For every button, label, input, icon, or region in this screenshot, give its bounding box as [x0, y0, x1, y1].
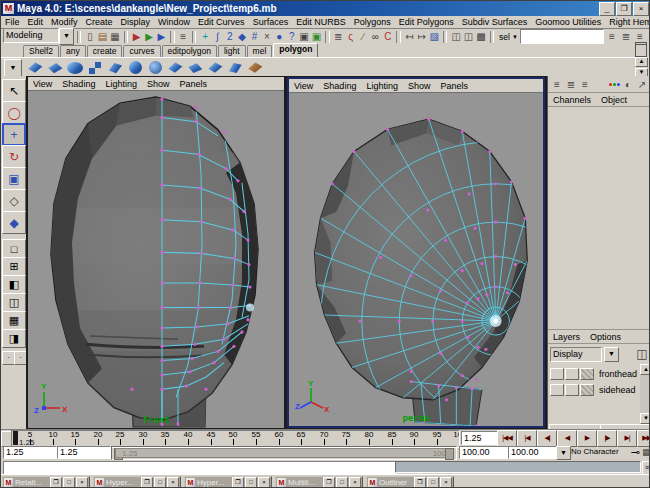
menu-edit-polygons[interactable]: Edit Polygons [395, 17, 458, 27]
paint-effects-icon[interactable]: ∕ [357, 30, 368, 43]
history-squiggle-icon[interactable]: ς [345, 30, 356, 43]
command-line-input[interactable] [3, 461, 397, 475]
select-object-icon[interactable]: ▶ [143, 30, 154, 43]
polygon-tool-icon-1[interactable] [25, 59, 45, 76]
character-set-dropdown-icon[interactable]: ▼ [556, 446, 571, 460]
menu-polygons[interactable]: Polygons [350, 17, 395, 27]
paint-select-icon[interactable]: ▨ [429, 30, 440, 43]
render-globals-icon[interactable]: ▩ [475, 30, 486, 43]
polygon-tool-icon-5[interactable] [105, 59, 125, 76]
layer-row-fronthead[interactable]: fronthead [550, 367, 637, 380]
new-layer-icon[interactable]: ◫ [635, 348, 649, 361]
shelf-tab-polygon[interactable]: polygon [273, 43, 318, 57]
maximize-icon[interactable]: □ [154, 477, 166, 488]
scale-tool-icon[interactable]: ▣ [2, 167, 26, 190]
layer-name[interactable]: sidehead [599, 385, 636, 395]
anim-prefs-icon[interactable]: ▦ [642, 447, 650, 457]
layout-persp-outliner-icon[interactable]: ◧ [2, 275, 26, 294]
highlight-selection-icon[interactable]: ▣ [311, 30, 322, 43]
polygon-tool-icon-2[interactable] [45, 59, 65, 76]
restore-icon[interactable]: ❐ [414, 477, 426, 488]
script-editor-icon[interactable]: ≡ [642, 461, 650, 475]
enter-input-icon[interactable]: ↤ [404, 30, 415, 43]
vp-menu-view[interactable]: View [28, 79, 57, 89]
snap-view-icon[interactable]: ● [274, 30, 285, 43]
move-tool-icon[interactable]: + [2, 123, 26, 146]
polygon-tool-icon-10[interactable] [205, 59, 225, 76]
close-icon[interactable]: × [167, 477, 179, 488]
playback-start-field[interactable]: 1.25 [57, 446, 111, 459]
menu-display[interactable]: Display [117, 17, 155, 27]
snap-plane-icon[interactable]: ◆ [237, 30, 248, 43]
lasso-select-tool-icon[interactable]: ◯ [2, 101, 26, 124]
shelf-scroll-up-icon[interactable]: ▲ [635, 57, 648, 67]
menu-goomoo-utilities[interactable]: Goomoo Utilities [531, 17, 605, 27]
polygon-tool-icon-11[interactable] [225, 59, 245, 76]
maximize-icon[interactable]: □ [245, 477, 257, 488]
select-hierarchy-icon[interactable]: ▶ [131, 30, 142, 43]
channel-layout-icon-2[interactable]: ≣ [564, 78, 578, 91]
maximize-icon[interactable]: □ [427, 477, 439, 488]
restore-button[interactable]: ❐ [616, 2, 632, 16]
shelf-tab-curves[interactable]: curves [123, 45, 160, 57]
manip-arrow-icon[interactable]: ↗ [635, 78, 649, 91]
layout-multi-icon[interactable]: ◨ [2, 329, 26, 348]
vp-menu-panels[interactable]: Panels [435, 81, 473, 91]
last-tool-icon[interactable]: ◆ [2, 211, 26, 234]
polygon-tool-icon-6[interactable] [125, 59, 145, 76]
quick-help-icon[interactable]: ? [286, 30, 297, 43]
minimized-window-outliner[interactable]: M Outliner ❐ □ × [366, 476, 454, 488]
shelf-tab-any[interactable]: any [60, 45, 86, 57]
maximize-icon[interactable]: □ [336, 477, 348, 488]
restore-icon[interactable]: ❐ [141, 477, 153, 488]
input-list-icon[interactable]: ≣ [333, 30, 344, 43]
layers-menu[interactable]: Layers [548, 332, 585, 342]
shelf-tab-editpolygon[interactable]: editpolygon [162, 45, 217, 57]
channel-box-list[interactable] [548, 107, 650, 330]
playback-end-field[interactable]: 100.00 [459, 446, 509, 459]
make-not-live-icon[interactable]: × [261, 30, 272, 43]
animation-start-field[interactable]: 1.25 [3, 446, 57, 459]
menu-right-hemisphere[interactable]: Right Hemisphere [605, 17, 650, 27]
select-component-icon[interactable]: ▶ [156, 30, 167, 43]
layout-hypergraph-icon[interactable]: ▦ [2, 311, 26, 330]
shelf-tab-light[interactable]: light [218, 45, 246, 57]
chevron-down-icon[interactable]: ▼ [604, 347, 619, 362]
channels-menu[interactable]: Channels [548, 95, 596, 105]
show-channel-box-toggle-icon[interactable]: ≡ [605, 30, 619, 43]
minimized-window-multilister[interactable]: M Multili... ❐ □ × [275, 476, 363, 488]
chevron-down-icon[interactable]: ▼ [512, 34, 518, 40]
vp-menu-show[interactable]: Show [403, 81, 436, 91]
menu-modify[interactable]: Modify [47, 17, 82, 27]
menu-surfaces[interactable]: Surfaces [249, 17, 293, 27]
close-icon[interactable]: × [258, 477, 270, 488]
polygon-tool-icon-8[interactable] [165, 59, 185, 76]
show-manipulator-tool-icon[interactable]: ◇ [2, 189, 26, 212]
axis-channels-icon[interactable] [607, 78, 621, 91]
menu-window[interactable]: Window [154, 17, 194, 27]
vp-menu-show[interactable]: Show [142, 79, 175, 89]
lock-selection-icon[interactable]: ▣ [298, 30, 309, 43]
menu-subdiv-surfaces[interactable]: Subdiv Surfaces [458, 17, 532, 27]
menu-edit[interactable]: Edit [24, 17, 48, 27]
vp-menu-shading[interactable]: Shading [318, 81, 361, 91]
layer-color-swatch[interactable] [580, 368, 594, 380]
save-scene-icon[interactable]: ▦ [109, 30, 120, 43]
pick-mask-icon[interactable]: ≡ [178, 30, 189, 43]
layer-playback-checkbox[interactable] [565, 368, 579, 380]
layer-row-sidehead[interactable]: sidehead [550, 383, 636, 396]
viewport-persp-canvas[interactable]: Y X Z persp [289, 93, 543, 426]
polygon-tool-icon-7[interactable] [145, 59, 165, 76]
shelf-menu-button[interactable]: ▼ [4, 59, 22, 77]
minimized-window-hypergraph-1[interactable]: M Hyper... ❐ □ × [93, 476, 181, 488]
current-time-marker[interactable] [13, 431, 18, 445]
range-end-handle[interactable] [445, 448, 454, 460]
render-view-icon[interactable]: ◫ [450, 30, 461, 43]
layer-playback-checkbox[interactable] [565, 384, 579, 396]
vp-menu-lighting[interactable]: Lighting [361, 81, 403, 91]
polygon-tool-icon-9[interactable] [185, 59, 205, 76]
minimized-window-hypergraph-2[interactable]: M Hyper... ❐ □ × [184, 476, 272, 488]
maya-app-icon[interactable]: M [3, 3, 14, 14]
channel-layout-icon-3[interactable]: ≡ [578, 78, 592, 91]
layer-name[interactable]: fronthead [599, 369, 637, 379]
